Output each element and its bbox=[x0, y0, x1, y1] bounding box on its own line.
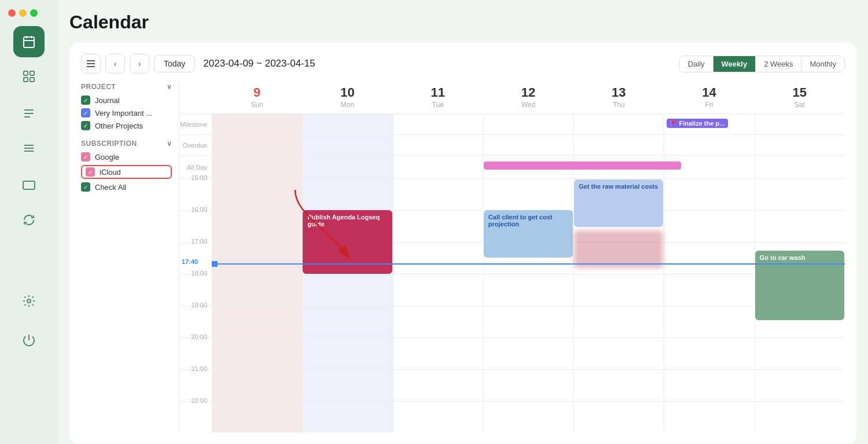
cell-2100-tue bbox=[393, 370, 483, 401]
cell-1900-tue bbox=[393, 306, 483, 337]
svg-rect-4 bbox=[24, 71, 28, 75]
close-button[interactable] bbox=[8, 9, 16, 17]
two-weeks-view-button[interactable]: 2 Weeks bbox=[756, 56, 801, 72]
check-all-filter[interactable]: ✓ Check All bbox=[81, 182, 172, 192]
carwash-event[interactable]: Go to car wash bbox=[755, 251, 844, 320]
sidebar bbox=[0, 0, 58, 444]
cell-2000-sun bbox=[212, 338, 302, 369]
other-projects-filter[interactable]: ✓ Other Projects bbox=[81, 121, 172, 130]
subscription-section: Subscription ∨ ✓ Google ✓ iCloud ✓ Check… bbox=[81, 140, 172, 192]
time-1900: 19:00 bbox=[179, 302, 212, 337]
weekly-view-button[interactable]: Weekly bbox=[713, 56, 756, 72]
day-num-14: 14 bbox=[664, 85, 754, 100]
date-range-label: 2023-04-09 ~ 2023-04-15 bbox=[203, 58, 315, 69]
col-header-sun: 9 Sun bbox=[212, 83, 302, 113]
journal-filter[interactable]: ✓ Journal bbox=[81, 96, 172, 105]
calendar-scroll[interactable]: Milestone 🚩 Finalize the p... bbox=[179, 113, 845, 432]
allday-wed bbox=[483, 156, 573, 178]
time-1500: 15:00 bbox=[179, 174, 212, 210]
cell-2100-fri bbox=[664, 370, 754, 401]
calendar-sidebar: Project ∨ ✓ Journal ✓ Very Important ...… bbox=[81, 83, 179, 432]
today-button[interactable]: Today bbox=[154, 55, 195, 72]
day-name-tue: Tue bbox=[432, 101, 444, 109]
settings-nav-icon[interactable] bbox=[13, 285, 45, 317]
project-section-header: Project ∨ bbox=[81, 83, 172, 91]
other-projects-checkbox[interactable]: ✓ bbox=[81, 121, 90, 130]
menu-toggle-button[interactable] bbox=[81, 54, 101, 74]
cell-1700-fri bbox=[664, 243, 754, 274]
prev-button[interactable]: ‹ bbox=[105, 54, 125, 74]
call-event[interactable]: Call client to get cost projection bbox=[484, 210, 573, 258]
finalize-event[interactable]: 🚩 Finalize the p... bbox=[667, 119, 728, 128]
cell-1700-sun bbox=[212, 243, 302, 274]
power-nav-icon[interactable] bbox=[13, 325, 45, 356]
overdue-tue bbox=[393, 135, 483, 155]
row-2100: 21:00 bbox=[179, 369, 845, 401]
calendar-nav-icon[interactable] bbox=[13, 26, 45, 57]
journal-checkbox[interactable]: ✓ bbox=[81, 96, 90, 105]
cell-1600-fri bbox=[664, 211, 754, 242]
allday-event-bar[interactable] bbox=[484, 162, 682, 170]
current-time-line: 17:40 bbox=[212, 263, 845, 265]
sync-nav-icon[interactable] bbox=[13, 204, 45, 236]
subscription-collapse-icon[interactable]: ∨ bbox=[167, 140, 172, 148]
cells-2200 bbox=[212, 402, 845, 432]
cell-2000-tue bbox=[393, 338, 483, 369]
carwash-event-label: Go to car wash bbox=[760, 254, 840, 261]
cell-1800-mon bbox=[302, 274, 392, 306]
day-num-10: 10 bbox=[302, 85, 392, 100]
cell-1700-tue bbox=[393, 243, 483, 274]
calendar-toolbar: ‹ › Today 2023-04-09 ~ 2023-04-15 Daily … bbox=[81, 54, 845, 74]
row-1800: 18:00 bbox=[179, 274, 845, 306]
journal-label: Journal bbox=[95, 96, 120, 105]
google-checkbox[interactable]: ✓ bbox=[81, 152, 90, 162]
cell-1900-wed bbox=[483, 306, 573, 337]
cell-1500-fri bbox=[664, 179, 754, 210]
next-button[interactable]: › bbox=[130, 54, 149, 74]
day-num-12: 12 bbox=[483, 85, 573, 100]
icloud-checkbox[interactable]: ✓ bbox=[86, 167, 95, 177]
cell-2000-sat bbox=[755, 338, 845, 369]
cell-2100-wed bbox=[483, 370, 573, 401]
day-name-sat: Sat bbox=[795, 101, 805, 109]
blurred-event bbox=[574, 230, 663, 268]
col-header-thu: 13 Thu bbox=[573, 83, 664, 113]
cell-1500-mon bbox=[302, 179, 392, 210]
project-collapse-icon[interactable]: ∨ bbox=[167, 83, 172, 91]
list-nav-icon[interactable] bbox=[13, 133, 45, 164]
minimize-button[interactable] bbox=[19, 9, 27, 17]
cell-1900-fri bbox=[664, 306, 754, 337]
day-num-9: 9 bbox=[212, 85, 302, 100]
svg-rect-6 bbox=[24, 78, 28, 82]
cell-1500-sat bbox=[755, 179, 845, 210]
icloud-filter[interactable]: ✓ iCloud bbox=[81, 165, 172, 179]
daily-view-button[interactable]: Daily bbox=[680, 56, 713, 72]
check-all-checkbox[interactable]: ✓ bbox=[81, 182, 90, 192]
dashboard-nav-icon[interactable] bbox=[13, 61, 45, 92]
row-1500: 15:00 bbox=[179, 178, 845, 210]
google-filter[interactable]: ✓ Google bbox=[81, 152, 172, 162]
overdue-label: Overdue bbox=[179, 135, 212, 155]
card-nav-icon[interactable] bbox=[13, 170, 45, 201]
very-important-filter[interactable]: ✓ Very Important ... bbox=[81, 108, 172, 118]
allday-row: All Day bbox=[179, 155, 845, 178]
time-2100: 21:00 bbox=[179, 365, 212, 401]
maximize-button[interactable] bbox=[30, 9, 38, 17]
allday-sat bbox=[755, 156, 845, 178]
project-section: Project ∨ ✓ Journal ✓ Very Important ...… bbox=[81, 83, 172, 130]
monthly-view-button[interactable]: Monthly bbox=[801, 56, 844, 72]
cell-1900-sun bbox=[212, 306, 302, 337]
page-title: Calendar bbox=[69, 12, 856, 33]
col-header-tue: 11 Tue bbox=[393, 83, 483, 113]
raw-material-event[interactable]: Get the raw material costs bbox=[574, 179, 663, 227]
subscription-label: Subscription bbox=[81, 140, 137, 148]
overdue-row: Overdue bbox=[179, 134, 845, 155]
very-important-checkbox[interactable]: ✓ bbox=[81, 108, 90, 118]
cell-1600-tue bbox=[393, 211, 483, 242]
col-header-fri: 14 Fri bbox=[664, 83, 754, 113]
cells-1800 bbox=[212, 274, 845, 306]
notes-nav-icon[interactable] bbox=[13, 98, 45, 129]
cell-1800-thu bbox=[573, 274, 664, 306]
svg-point-15 bbox=[27, 299, 31, 303]
cells-1500 bbox=[212, 179, 845, 210]
